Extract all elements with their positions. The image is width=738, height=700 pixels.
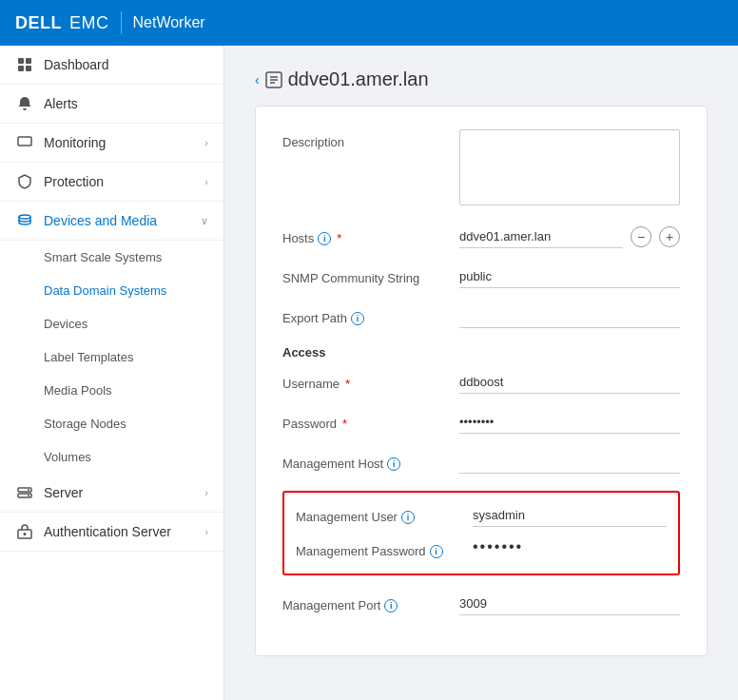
svg-point-5	[19, 215, 30, 219]
svg-rect-4	[18, 137, 31, 146]
management-user-label: Management User i	[296, 504, 457, 524]
management-port-label: Management Port i	[282, 593, 444, 612]
management-credentials-box: Management User i Management Password i …	[282, 491, 680, 575]
access-heading: Access	[282, 345, 680, 360]
back-button[interactable]: ‹	[255, 72, 260, 88]
management-user-input[interactable]	[473, 504, 667, 527]
storage-nodes-label: Storage Nodes	[44, 417, 126, 431]
password-input[interactable]	[459, 411, 680, 434]
username-input[interactable]	[459, 371, 680, 394]
sidebar-item-devices-media-label: Devices and Media	[44, 213, 191, 228]
sidebar-item-protection-label: Protection	[44, 174, 195, 189]
sidebar-item-server[interactable]: Server ›	[0, 474, 223, 513]
username-label: Username *	[282, 371, 444, 391]
server-icon	[15, 485, 34, 500]
devices-label: Devices	[44, 317, 87, 331]
auth-icon	[15, 524, 34, 539]
sidebar-item-protection[interactable]: Protection ›	[0, 163, 223, 202]
export-path-row: Export Path i	[282, 305, 680, 328]
snmp-row: SNMP Community String	[282, 265, 680, 288]
description-input[interactable]	[459, 129, 680, 205]
protection-chevron-icon: ›	[204, 176, 208, 187]
management-password-row: Management Password i •••••••	[296, 538, 667, 558]
hosts-input[interactable]	[459, 225, 623, 248]
management-host-input[interactable]	[459, 451, 680, 474]
snmp-field	[459, 265, 680, 288]
management-user-row: Management User i	[296, 504, 667, 527]
sidebar-item-monitoring-label: Monitoring	[44, 135, 195, 150]
management-port-info-icon[interactable]: i	[384, 599, 398, 612]
hosts-required: *	[337, 231, 341, 245]
svg-rect-3	[26, 66, 31, 71]
sidebar-sub-item-media-pools[interactable]: Media Pools	[0, 374, 223, 407]
snmp-input[interactable]	[459, 265, 680, 288]
sidebar-item-dashboard[interactable]: Dashboard	[0, 46, 223, 85]
sidebar-item-devices-media[interactable]: Devices and Media ∨	[0, 202, 223, 241]
monitoring-chevron-icon: ›	[204, 137, 208, 148]
volumes-label: Volumes	[44, 450, 91, 464]
sidebar-item-auth-server-label: Authentication Server	[44, 524, 195, 539]
username-required: *	[345, 377, 350, 391]
sidebar-sub-item-storage-nodes[interactable]: Storage Nodes	[0, 407, 223, 440]
app-header: DELLEMC NetWorker	[0, 0, 738, 46]
export-path-label: Export Path i	[282, 305, 444, 325]
brand-logo: DELLEMC	[15, 13, 109, 33]
password-row: Password *	[282, 411, 680, 434]
data-domain-label: Data Domain Systems	[44, 283, 166, 298]
management-password-dots: •••••••	[473, 538, 523, 554]
management-port-field	[459, 593, 680, 615]
bell-icon	[15, 96, 34, 111]
page-title: ddve01.amer.lan	[288, 68, 429, 90]
svg-point-9	[28, 495, 29, 496]
management-password-label: Management Password i	[296, 538, 457, 558]
breadcrumb: ‹ ddve01.amer.lan	[255, 68, 708, 90]
description-field	[459, 129, 680, 208]
emc-text: EMC	[69, 13, 109, 33]
sidebar-sub-item-label-templates[interactable]: Label Templates	[0, 340, 223, 374]
app-name: NetWorker	[133, 14, 205, 31]
password-label: Password *	[282, 411, 444, 431]
dell-text: DELL	[15, 13, 62, 33]
sidebar-sub-item-devices[interactable]: Devices	[0, 307, 223, 340]
page-icon	[265, 71, 282, 88]
smart-scale-label: Smart Scale Systems	[44, 250, 162, 264]
sidebar-item-alerts-label: Alerts	[44, 96, 208, 111]
svg-rect-0	[18, 58, 24, 64]
management-host-label: Management Host i	[282, 451, 444, 471]
svg-rect-1	[26, 58, 31, 64]
hosts-info-icon[interactable]: i	[318, 232, 331, 245]
sidebar-item-monitoring[interactable]: Monitoring ›	[0, 124, 223, 163]
sidebar-item-alerts[interactable]: Alerts	[0, 85, 223, 124]
username-row: Username *	[282, 371, 680, 394]
management-user-info-icon[interactable]: i	[401, 511, 415, 524]
export-path-input[interactable]	[459, 305, 680, 328]
main-content: ‹ ddve01.amer.lan Description	[224, 46, 738, 700]
sidebar-sub-item-smart-scale[interactable]: Smart Scale Systems	[0, 241, 223, 274]
server-chevron-icon: ›	[204, 487, 208, 498]
password-required: *	[342, 417, 347, 431]
hosts-field: − +	[459, 225, 680, 248]
main-layout: Dashboard Alerts Monitoring ›	[0, 46, 738, 700]
monitor-icon	[15, 135, 34, 150]
sidebar-sub-item-data-domain[interactable]: Data Domain Systems	[0, 274, 223, 307]
shield-icon	[15, 174, 34, 189]
svg-point-8	[28, 489, 29, 491]
sidebar-sub-item-volumes[interactable]: Volumes	[0, 440, 223, 474]
management-port-input[interactable]	[459, 593, 680, 615]
devices-media-chevron-icon: ∨	[201, 215, 208, 227]
remove-host-button[interactable]: −	[631, 226, 651, 247]
sidebar-item-auth-server[interactable]: Authentication Server ›	[0, 513, 223, 552]
description-label: Description	[282, 129, 444, 149]
export-path-field	[459, 305, 680, 328]
auth-server-chevron-icon: ›	[204, 526, 208, 537]
export-path-info-icon[interactable]: i	[351, 312, 364, 325]
add-host-button[interactable]: +	[659, 226, 680, 247]
management-host-info-icon[interactable]: i	[387, 457, 400, 471]
management-password-info-icon[interactable]: i	[430, 545, 443, 558]
sidebar-item-server-label: Server	[44, 485, 195, 500]
description-row: Description	[282, 129, 680, 208]
username-field	[459, 371, 680, 394]
label-templates-label: Label Templates	[44, 350, 133, 364]
sidebar: Dashboard Alerts Monitoring ›	[0, 46, 224, 700]
svg-point-11	[24, 533, 27, 535]
